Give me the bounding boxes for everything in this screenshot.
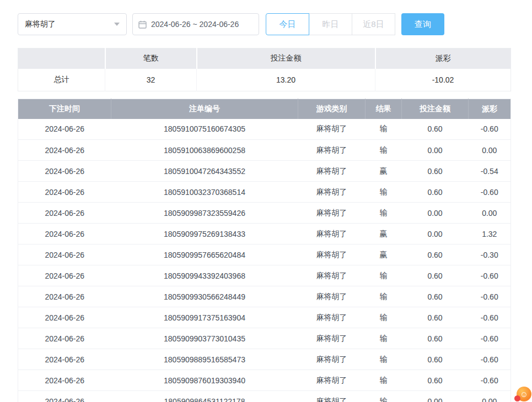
records-body: 2024-06-26 1805910075160674305 麻将胡了 输 0.… [18,119,511,402]
records-header-game: 游戏类别 [298,99,366,119]
records-table: 下注时间 注单编号 游戏类别 结果 投注金额 派彩 2024-06-26 180… [18,99,511,402]
cell-game-category: 麻将胡了 [298,224,366,245]
cell-bet-amount: 0.60 [402,349,469,370]
cell-game-category: 麻将胡了 [298,370,366,391]
cell-game-category: 麻将胡了 [298,140,366,161]
cell-result: 输 [366,307,402,328]
summary-table: 笔数 投注金额 派彩 总计 32 13.20 -10.02 [18,48,511,91]
cell-payout: 0.00 [469,140,511,161]
cell-bet-id: 1805909957665620484 [111,245,298,265]
records-header-bet-amount: 投注金额 [402,99,469,119]
cell-bet-amount: 0.60 [402,307,469,328]
table-row: 2024-06-26 1805909930566248449 麻将胡了 输 0.… [18,286,511,307]
cell-bet-time: 2024-06-26 [18,349,111,370]
table-row: 2024-06-26 1805910032370368514 麻将胡了 输 0.… [18,182,511,203]
cell-bet-amount: 0.60 [402,161,469,182]
table-row: 2024-06-26 1805909943392403968 麻将胡了 输 0.… [18,265,511,286]
records-header-payout: 派彩 [469,99,511,119]
table-row: 2024-06-26 1805909957665620484 麻将胡了 赢 0.… [18,245,511,265]
customer-service-icon[interactable]: ☺ [517,387,531,401]
cell-bet-amount: 0.00 [402,140,469,161]
cell-payout: -0.60 [469,286,511,307]
cell-bet-id: 1805909987323559426 [111,203,298,224]
cell-bet-time: 2024-06-26 [18,203,111,224]
cell-game-category: 麻将胡了 [298,286,366,307]
summary-header-empty [18,48,105,69]
records-header-bet-id: 注单编号 [111,99,298,119]
cell-bet-time: 2024-06-26 [18,286,111,307]
quick-date-button[interactable]: 今日 [266,13,309,35]
calendar-icon [138,20,147,29]
service-face-glyph: ☺ [520,389,528,399]
cell-bet-time: 2024-06-26 [18,391,111,402]
table-row: 2024-06-26 1805909889516585473 麻将胡了 输 0.… [18,349,511,370]
table-row: 2024-06-26 1805909917375163904 麻将胡了 输 0.… [18,307,511,328]
cell-bet-amount: 0.60 [402,119,469,140]
cell-result: 赢 [366,161,402,182]
cell-bet-id: 1805910075160674305 [111,119,298,140]
summary-header-bet-amount: 投注金额 [197,48,375,69]
cell-game-category: 麻将胡了 [298,328,366,349]
cell-payout: 0.00 [469,203,511,224]
cell-bet-time: 2024-06-26 [18,140,111,161]
game-select-value: 麻将胡了 [25,19,56,29]
cell-bet-time: 2024-06-26 [18,265,111,286]
date-range-value: 2024-06-26 ~ 2024-06-26 [151,20,239,29]
quick-date-buttons: 今日 昨日 近8日 [266,13,395,35]
summary-header-count: 笔数 [105,48,197,69]
date-range-picker[interactable]: 2024-06-26 ~ 2024-06-26 [132,13,259,35]
cell-bet-amount: 0.60 [402,245,469,265]
game-select[interactable]: 麻将胡了 [18,13,127,35]
cell-result: 赢 [366,245,402,265]
cell-result: 输 [366,203,402,224]
cell-result: 输 [366,140,402,161]
cell-result: 输 [366,182,402,203]
cell-bet-id: 1805909903773010435 [111,328,298,349]
cell-bet-amount: 0.60 [402,265,469,286]
quick-date-button[interactable]: 昨日 [309,13,352,35]
cell-payout: 0.00 [469,391,511,402]
cell-result: 输 [366,286,402,307]
cell-result: 输 [366,349,402,370]
cell-game-category: 麻将胡了 [298,182,366,203]
query-button[interactable]: 查询 [401,13,444,35]
cell-bet-time: 2024-06-26 [18,307,111,328]
cell-bet-time: 2024-06-26 [18,182,111,203]
cell-bet-id: 1805910047264343552 [111,161,298,182]
cell-game-category: 麻将胡了 [298,349,366,370]
cell-result: 输 [366,265,402,286]
cell-result: 输 [366,391,402,402]
cell-bet-id: 1805910063869600258 [111,140,298,161]
table-row: 2024-06-26 1805909864531122178 麻将胡了 输 0.… [18,391,511,402]
cell-result: 输 [366,328,402,349]
summary-payout-value: -10.02 [375,69,511,91]
cell-bet-time: 2024-06-26 [18,161,111,182]
cell-game-category: 麻将胡了 [298,203,366,224]
cell-payout: -0.60 [469,370,511,391]
cell-bet-amount: 0.60 [402,286,469,307]
table-row: 2024-06-26 1805909876019303940 麻将胡了 输 0.… [18,370,511,391]
cell-game-category: 麻将胡了 [298,391,366,402]
cell-bet-id: 1805909975269138433 [111,224,298,245]
cell-result: 输 [366,119,402,140]
cell-bet-id: 1805909930566248449 [111,286,298,307]
cell-payout: -0.30 [469,245,511,265]
chevron-down-icon [114,23,120,26]
cell-game-category: 麻将胡了 [298,245,366,265]
filter-bar: 麻将胡了 2024-06-26 ~ 2024-06-26 今日 昨日 近8日 [18,13,510,35]
summary-count-value: 32 [105,69,197,91]
cell-bet-id: 1805910032370368514 [111,182,298,203]
cell-bet-time: 2024-06-26 [18,245,111,265]
cell-bet-time: 2024-06-26 [18,328,111,349]
quick-date-button[interactable]: 近8日 [352,13,395,35]
table-row: 2024-06-26 1805910063869600258 麻将胡了 输 0.… [18,140,511,161]
table-row: 2024-06-26 1805909975269138433 麻将胡了 赢 0.… [18,224,511,245]
table-row: 2024-06-26 1805910047264343552 麻将胡了 赢 0.… [18,161,511,182]
cell-bet-id: 1805909943392403968 [111,265,298,286]
records-header-time: 下注时间 [18,99,111,119]
cell-bet-amount: 0.00 [402,224,469,245]
betting-records-page: 麻将胡了 2024-06-26 ~ 2024-06-26 今日 昨日 近8日 [0,0,510,402]
cell-bet-amount: 0.60 [402,328,469,349]
records-header-result: 结果 [366,99,402,119]
cell-bet-time: 2024-06-26 [18,224,111,245]
